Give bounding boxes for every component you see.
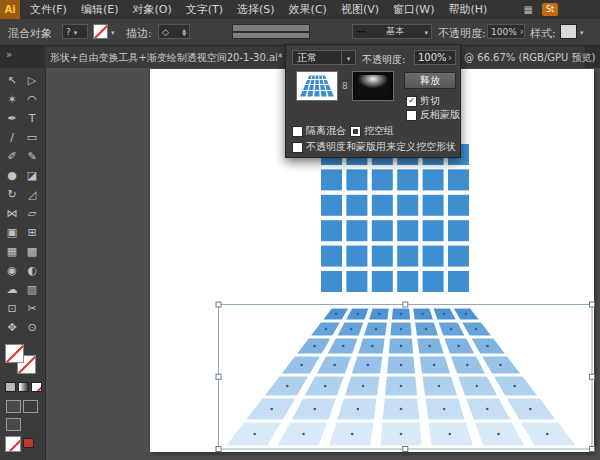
perspective-tile[interactable] (324, 80, 329, 84)
perspective-tile[interactable] (322, 76, 326, 79)
color-chip[interactable] (23, 438, 34, 448)
stroke-color-dropdown[interactable] (93, 24, 123, 39)
menu-item-3[interactable]: 文字(T) (179, 0, 230, 19)
none-mode-button[interactable] (31, 382, 42, 392)
invert-mask-checkbox[interactable]: ✓ 反相蒙版 (406, 108, 460, 122)
lasso-tool[interactable]: ◠ (22, 90, 42, 109)
magic-wand-tool[interactable]: ✶ (2, 90, 22, 109)
symbol-sprayer-tool[interactable]: ☁ (2, 280, 22, 299)
perspective-tile[interactable] (316, 76, 319, 79)
free-transform-tool[interactable]: ▱ (22, 204, 42, 223)
define-knockout-checkbox[interactable]: ✓ 不透明度和蒙版用来定义挖空形状 (292, 140, 456, 154)
menu-item-1[interactable]: 编辑(E) (74, 0, 126, 19)
perspective-tile[interactable] (321, 91, 327, 96)
brush-definition-dropdown[interactable]: 基本 (352, 24, 432, 39)
width-tool[interactable]: ⋈ (2, 204, 22, 223)
eraser-tool[interactable]: ◪ (22, 166, 42, 185)
perspective-tile[interactable] (308, 76, 312, 79)
menu-item-5[interactable]: 效果(C) (282, 0, 334, 19)
menu-item-2[interactable]: 对象(O) (125, 0, 178, 19)
menu-bar: Ai 文件(F)编辑(E)对象(O)文字(T)选择(S)效果(C)视图(V)窗口… (0, 0, 600, 20)
draw-behind-button[interactable] (23, 400, 38, 413)
artboard-tool[interactable]: ⊡ (2, 299, 22, 318)
fill-color-dropdown[interactable]: ? (62, 24, 88, 39)
selection-tool[interactable]: ↖ (2, 71, 22, 90)
eyedropper-tool[interactable]: ◉ (2, 261, 22, 280)
color-mode-button[interactable] (5, 382, 16, 392)
opacity-label: 不透明度: (362, 53, 405, 67)
object-thumbnail[interactable] (296, 71, 338, 101)
slice-tool[interactable]: ✂ (22, 299, 42, 318)
direct-selection-tool[interactable]: ▷ (22, 71, 42, 90)
menu-item-0[interactable]: 文件(F) (23, 0, 74, 19)
mask-thumbnail[interactable] (352, 71, 394, 101)
isolate-blending-checkbox[interactable]: ✓ 隔离混合 (292, 124, 346, 138)
menu-item-6[interactable]: 视图(V) (334, 0, 386, 19)
control-bar: 混合对象 ? 描边: ◇ 基本 不透明度: 100% 样式: (0, 19, 600, 46)
perspective-tile[interactable] (315, 80, 319, 84)
menu-item-7[interactable]: 窗口(W) (386, 0, 441, 19)
perspective-tile[interactable] (325, 85, 331, 90)
checkbox-icon: ✓ (406, 110, 417, 121)
perspective-tile[interactable] (315, 85, 319, 90)
hand-tool[interactable]: ✥ (2, 318, 22, 337)
perspective-tile[interactable] (300, 91, 307, 96)
rectangle-tool[interactable]: ▭ (22, 128, 42, 147)
shape-builder-tool[interactable]: ▣ (2, 223, 22, 242)
screen-mode-button[interactable] (6, 418, 21, 431)
perspective-tile[interactable] (307, 91, 313, 96)
basic-brush-stroke-icon (356, 26, 366, 37)
blend-tool[interactable]: ◐ (22, 261, 42, 280)
menu-item-4[interactable]: 选择(S) (230, 0, 282, 19)
perspective-tile[interactable] (309, 85, 314, 90)
gradient-mode-button[interactable] (18, 382, 29, 392)
perspective-tile[interactable] (310, 80, 314, 84)
double-chevron-icon[interactable] (6, 49, 12, 60)
perspective-tile[interactable] (327, 91, 334, 96)
rotate-tool[interactable]: ↻ (2, 185, 22, 204)
brush-definition-value: 基本 (386, 25, 404, 38)
gradient-tool[interactable]: ▩ (22, 242, 42, 261)
swatch-chip[interactable] (5, 436, 21, 452)
perspective-tile[interactable] (319, 76, 322, 79)
perspective-grid-tool[interactable]: ⊞ (22, 223, 42, 242)
blend-mode-dropdown[interactable]: 正常 (292, 50, 356, 65)
paintbrush-tool[interactable]: ✐ (2, 147, 22, 166)
perspective-tile[interactable] (320, 85, 325, 90)
chevron-down-icon (424, 27, 428, 37)
arrange-documents-icon[interactable]: ▦ (524, 5, 533, 15)
blob-brush-tool[interactable]: ● (2, 166, 22, 185)
define-knockout-label: 不透明度和蒙版用来定义挖空形状 (306, 140, 456, 154)
perspective-tile[interactable] (303, 85, 309, 90)
pencil-tool[interactable]: ✎ (22, 147, 42, 166)
opacity-value: 100% (418, 52, 447, 63)
perspective-tile[interactable] (306, 80, 311, 84)
stock-icon[interactable]: St (542, 3, 558, 16)
checkbox-icon: ✓ (350, 126, 361, 137)
checkbox-icon: ✓ (406, 96, 417, 107)
scale-tool[interactable]: ◿ (22, 185, 42, 204)
opacity-dropdown[interactable]: 100% (414, 50, 456, 65)
clip-checkbox[interactable]: ✓ 剪切 (406, 94, 440, 108)
pen-tool[interactable]: ✒ (2, 109, 22, 128)
release-button[interactable]: 释放 (404, 72, 456, 89)
opacity-dropdown[interactable]: 100% (487, 24, 525, 39)
stepper-arrows-icon[interactable] (182, 28, 186, 36)
perspective-tile[interactable] (320, 80, 324, 84)
draw-mode-button[interactable] (6, 400, 21, 413)
knockout-group-checkbox[interactable]: ✓ 挖空组 (350, 124, 394, 138)
perspective-tile[interactable] (314, 91, 319, 96)
width-profile-dropdown[interactable] (232, 24, 310, 39)
type-tool[interactable]: T (22, 109, 42, 128)
perspective-tile[interactable] (312, 76, 315, 79)
style-dropdown[interactable] (560, 24, 592, 39)
line-segment-tool[interactable]: ∕ (2, 128, 22, 147)
zoom-tool[interactable]: ⊙ (22, 318, 42, 337)
mesh-tool[interactable]: ▦ (2, 242, 22, 261)
menu-item-8[interactable]: 帮助(H) (441, 0, 494, 19)
tools-panel: ↖▷✶◠✒T∕▭✐✎●◪↻◿⋈▱▣⊞▦▩◉◐☁▥⊡✂✥⊙ (0, 68, 46, 460)
fill-swatch[interactable] (5, 344, 24, 363)
graph-tool[interactable]: ▥ (22, 280, 42, 299)
link-icon[interactable]: 8 (342, 81, 348, 91)
stroke-weight-stepper[interactable]: ◇ (158, 24, 190, 39)
